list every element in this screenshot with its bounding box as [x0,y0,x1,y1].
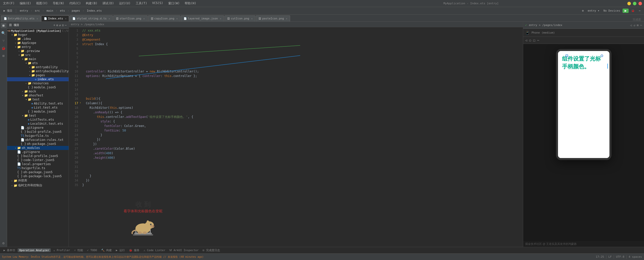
tab-close-cuticon[interactable]: ✕ [251,17,253,20]
tree-item[interactable]: ▾📁ets [7,61,69,65]
tree-item[interactable]: TShvigorfile.ts [7,166,69,170]
toolbar-entry[interactable]: entry [18,9,30,13]
maximize-button[interactable] [633,2,636,5]
tree-item[interactable]: 📄obfuscation-rules.txt [7,138,69,142]
tree-item[interactable]: ▸📁mock [7,89,69,93]
activity-extensions[interactable]: ⊞ [1,53,6,59]
menu-window[interactable]: 窗口(W) [167,1,181,6]
explorer-actions[interactable]: + ⊕ ⇄ ≡ — [53,23,67,27]
menu-file[interactable]: 文件(F) [2,1,16,6]
tree-item[interactable]: ▸📁临时文件和控制台 [7,183,69,188]
preview-options-nav[interactable]: ⋯ [537,38,539,42]
tree-item[interactable]: 📄local.properties [7,162,69,166]
profile-selector[interactable]: entry ▾ [586,9,601,13]
menu-tools[interactable]: 工具(T) [135,1,148,6]
tree-item[interactable]: ▸📁外部库 [7,178,69,183]
code-linter-tab[interactable]: ⚠ Code Linter [142,248,167,252]
tab-close-layered[interactable]: ✕ [220,17,221,20]
tree-item[interactable]: { }module.json5 [7,85,69,89]
run-button[interactable]: ▶ [623,9,629,13]
tab-copyicon[interactable]: 🖼 copyIcon.png ✕ [148,15,181,21]
tree-item[interactable]: 📄.gitignore [7,126,69,130]
toolbar-src[interactable]: src [33,9,41,13]
tree-item[interactable]: { }module.json5 [7,110,69,114]
tree-item[interactable]: { }oh-package-lock.json5 [7,174,69,178]
tree-item[interactable]: ▾📁main [7,57,69,61]
tab-entryability[interactable]: 📄 EntryAbility.ets ✕ [1,15,41,21]
toolbar-main[interactable]: main [45,9,55,13]
tree-item[interactable]: ▸📁resources [7,81,69,85]
tree-item[interactable]: ▸📁.idea [7,37,69,41]
tree-item[interactable]: { }oh-package.json5 [7,170,69,174]
tree-item[interactable]: ▾📁test [7,97,69,101]
tree-item[interactable]: ▸📁AppScope [7,41,69,45]
tree-item[interactable]: { }build-profile.json5 [7,130,69,134]
profiler-tab[interactable]: ☕ Profiler [52,248,71,252]
tab-close-copyicon[interactable]: ✕ [176,17,178,20]
tree-item[interactable]: { }build-profile.json5 [7,154,69,158]
toolbar-ets[interactable]: ets [59,9,67,13]
no-devices-button[interactable]: No Devices [602,9,622,13]
tab-layered-image[interactable]: 📄 layered_image.json ✕ [181,15,224,21]
tree-item[interactable]: ▾📁pages [7,73,69,77]
activity-settings[interactable]: ⚙ [1,240,6,246]
tab-close-styled[interactable]: ✕ [109,17,110,20]
preview-back-icon[interactable]: ◁ [630,23,632,27]
tab-close-entryability[interactable]: ✕ [37,17,38,20]
tree-item[interactable]: { }code-linter.json5 [7,158,69,162]
preview-zoom-icon[interactable]: ⊞ [637,23,639,27]
tree-item[interactable]: ◈Ability.test.ets [7,101,69,106]
arkui-tab[interactable]: Ⅵ ArkUI Inspector [168,248,200,252]
tree-item[interactable]: TShvigorfile.ts [7,134,69,138]
tab-starticon[interactable]: 🖼 startIcon.png ✕ [113,15,148,21]
activity-explorer[interactable]: ⊞ [1,23,6,28]
debug-button[interactable]: 🐞 [630,9,636,13]
tree-item[interactable]: ▾📁ohosTest [7,93,69,97]
menu-vcs[interactable]: VCS(S) [151,1,164,6]
preview-refresh-icon[interactable]: ↺ [633,23,635,27]
minimize-button[interactable] [627,2,631,5]
debug-tab[interactable]: 🐞 服务 [127,248,141,252]
tab-close-pasteicon[interactable]: ✕ [286,17,287,20]
run-tab[interactable]: ▶ 基本功 [2,248,17,252]
explorer-new-file[interactable]: + [53,23,55,27]
toolbar-pages[interactable]: pages [70,9,81,13]
activity-debug[interactable]: 🐞 [1,45,6,51]
run2-tab[interactable]: ▶ 运行 [114,248,126,252]
menu-bar[interactable]: 文件(F) 编辑(E) 视图(V) 导航(N) 代码(C) 构建(B) 调试(D… [2,1,315,6]
window-controls[interactable] [627,2,642,5]
explorer-menu[interactable]: ≡ [62,23,64,27]
settings-button[interactable]: ⚙ [580,9,585,13]
build-tab[interactable]: 🔨 构建 [100,248,114,252]
tree-item[interactable]: 📄.gitignore [7,150,69,154]
activity-git[interactable]: ⑂ [1,38,6,43]
tree-item[interactable]: ▾📁entry [7,45,69,49]
tree-item[interactable]: ▸📁entrybackupability [7,69,69,73]
close-button[interactable] [638,2,642,5]
explorer-new-folder[interactable]: ⊕ [56,23,58,27]
completeness-tab[interactable]: ⊡ 完成度日志 [201,248,221,252]
tree-item[interactable]: ▾📁src [7,53,69,57]
tree-item[interactable]: ▾📁hvgor [7,33,69,37]
preview-actions[interactable]: ◁ ↺ ⊞ ⋯ [630,23,642,27]
tree-item[interactable]: ▸📁entryability [7,65,69,69]
menu-debug[interactable]: 调试(D) [101,1,115,6]
perf-tab[interactable]: ⚡ 性能 [73,248,85,252]
preview-fwd-nav[interactable]: ○ [529,38,531,42]
tab-close-starticon[interactable]: ✕ [143,17,145,20]
operation-analyzer-tab[interactable]: Operation Analyzer [18,248,51,252]
tab-close-index[interactable]: ✕ [65,17,66,20]
more-button[interactable]: ⋯ [637,9,642,13]
tab-index[interactable]: 📄 Index.ets ✕ [41,15,69,21]
menu-nav[interactable]: 导航(N) [52,1,65,6]
explorer-refresh[interactable]: ⇄ [59,23,61,27]
preview-back-nav[interactable]: ◁ [525,38,527,42]
tab-styled-string[interactable]: 📄 styled_string.d.ts ✕ [70,15,113,21]
tree-item[interactable]: ◈LocalUnit.test.ets [7,122,69,126]
menu-run[interactable]: 运行(U) [118,1,132,6]
menu-edit[interactable]: 编辑(E) [19,1,32,6]
project-button[interactable]: ▶ 项目 [2,8,14,13]
menu-help[interactable]: 帮助(H) [184,1,197,6]
menu-view[interactable]: 视图(V) [35,1,49,6]
tree-item[interactable]: ◈index.ets [7,77,69,81]
